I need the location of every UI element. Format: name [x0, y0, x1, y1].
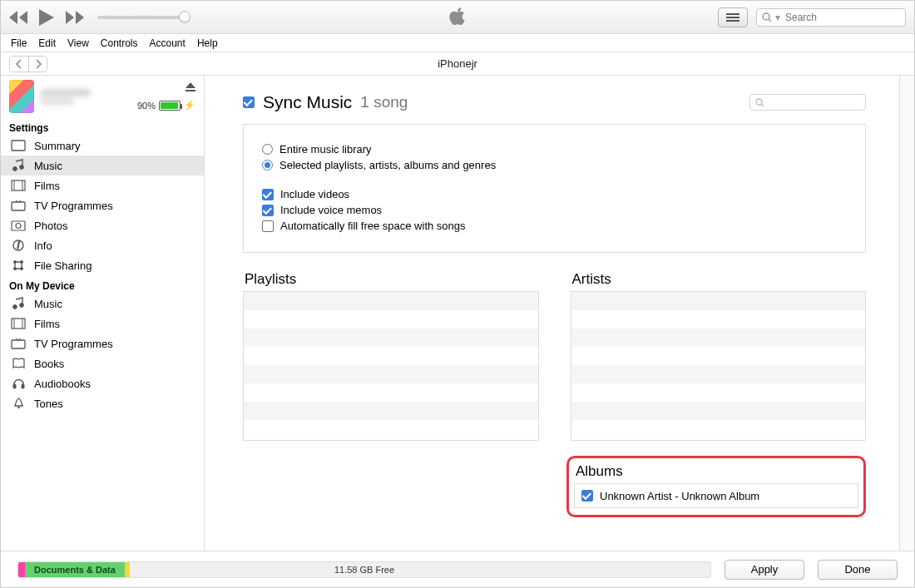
summary-icon: [11, 141, 26, 151]
apply-button[interactable]: Apply: [725, 560, 804, 580]
sidebar-header-device: On My Device: [1, 275, 204, 294]
svg-point-45: [756, 99, 762, 105]
search-input[interactable]: [784, 11, 912, 24]
sync-options: Entire music library Selected playlists,…: [243, 124, 866, 253]
menu-account[interactable]: Account: [150, 37, 185, 49]
svg-rect-16: [12, 141, 25, 151]
menu-controls[interactable]: Controls: [101, 37, 138, 49]
sync-music-checkbox[interactable]: [243, 96, 255, 108]
sidebar-item-music[interactable]: Music: [1, 156, 204, 175]
tv-icon: [11, 338, 26, 349]
footer: Documents & Data 11.58 GB Free Apply Don…: [1, 551, 914, 587]
device-thumbnail: [9, 80, 34, 113]
svg-point-17: [13, 167, 17, 171]
svg-marker-8: [76, 11, 84, 24]
music-icon: [11, 160, 26, 171]
audiobooks-icon: [11, 378, 26, 389]
sidebar-item-tv-programmes[interactable]: TV Programmes: [1, 334, 204, 353]
album-row[interactable]: Unknown Artist - Unknown Album: [575, 484, 858, 507]
sidebar-item-audiobooks[interactable]: Audiobooks: [1, 373, 204, 393]
sidebar-item-music[interactable]: Music: [1, 294, 204, 314]
menu-file[interactable]: File: [11, 37, 27, 49]
radio-entire-library[interactable]: [262, 144, 273, 155]
sidebar-item-tones[interactable]: Tones: [1, 393, 204, 413]
sidebar-item-file-sharing[interactable]: File Sharing: [1, 255, 204, 275]
tv-icon: [11, 200, 26, 211]
tones-icon: [11, 398, 26, 409]
album-checkbox[interactable]: [581, 490, 593, 502]
books-icon: [11, 358, 26, 368]
sidebar-item-tv-programmes[interactable]: TV Programmes: [1, 195, 204, 215]
sidebar-item-label: Photos: [34, 220, 67, 232]
capacity-bar: Documents & Data 11.58 GB Free: [17, 561, 711, 578]
sidebar-item-info[interactable]: iInfo: [1, 235, 204, 255]
svg-rect-42: [13, 384, 16, 388]
svg-marker-6: [39, 9, 54, 26]
checkbox-autofill[interactable]: [262, 220, 274, 232]
svg-rect-36: [12, 319, 25, 329]
next-button[interactable]: [66, 11, 84, 24]
capacity-free-label: 11.58 GB Free: [334, 565, 394, 575]
svg-marker-14: [185, 82, 195, 88]
sidebar-item-label: TV Programmes: [34, 338, 113, 350]
vertical-scrollbar[interactable]: [899, 76, 914, 551]
svg-line-13: [769, 19, 771, 22]
breadcrumb: iPhonejr: [1, 52, 914, 76]
prev-button[interactable]: [9, 11, 27, 24]
checkbox-include-memos[interactable]: [262, 205, 274, 216]
albums-heading: Albums: [576, 463, 858, 480]
music-search[interactable]: [749, 94, 866, 111]
sidebar-item-photos[interactable]: Photos: [1, 215, 204, 235]
eject-icon[interactable]: [185, 82, 195, 95]
photos-icon: [11, 220, 26, 230]
svg-line-46: [761, 104, 764, 106]
sidebar: 90% ⚡ Settings SummaryMusicFilmsTV Progr…: [1, 76, 205, 551]
label-entire-library: Entire music library: [279, 143, 372, 156]
view-list-button[interactable]: [718, 7, 748, 27]
svg-point-33: [21, 268, 23, 270]
menu-edit[interactable]: Edit: [38, 37, 56, 49]
search-icon: [762, 12, 772, 22]
sidebar-item-films[interactable]: Films: [1, 314, 204, 334]
player-toolbar: ▾: [1, 1, 914, 34]
radio-selected[interactable]: [262, 160, 273, 170]
sidebar-item-label: File Sharing: [34, 259, 92, 272]
sidebar-item-summary[interactable]: Summary: [1, 136, 204, 156]
albums-list[interactable]: Unknown Artist - Unknown Album: [574, 483, 858, 508]
svg-point-34: [13, 305, 17, 309]
done-button[interactable]: Done: [818, 560, 898, 580]
menu-help[interactable]: Help: [197, 37, 218, 49]
svg-point-32: [14, 268, 17, 270]
svg-marker-7: [66, 11, 74, 24]
nav-forward-button[interactable]: [28, 57, 47, 72]
artists-heading: Artists: [572, 271, 867, 288]
svg-marker-4: [9, 11, 17, 24]
menu-view[interactable]: View: [67, 37, 89, 49]
nav-back-button[interactable]: [10, 57, 28, 72]
page-title: iPhonejr: [438, 57, 477, 70]
svg-point-12: [763, 13, 769, 20]
search-icon: [755, 98, 764, 107]
battery-status: 90% ⚡: [137, 100, 195, 111]
label-include-memos: Include voice memos: [280, 204, 382, 216]
svg-point-18: [20, 166, 24, 170]
volume-slider[interactable]: [97, 16, 195, 19]
svg-rect-15: [185, 90, 195, 91]
sidebar-header-settings: Settings: [1, 117, 204, 136]
device-header[interactable]: 90% ⚡: [1, 76, 204, 117]
artists-list[interactable]: [571, 291, 867, 441]
sidebar-item-books[interactable]: Books: [1, 353, 204, 373]
global-search[interactable]: ▾: [756, 8, 906, 27]
svg-point-31: [21, 261, 23, 264]
sidebar-item-label: Music: [34, 160, 62, 172]
transport-controls: [9, 9, 84, 26]
sidebar-item-films[interactable]: Films: [1, 175, 204, 195]
checkbox-include-videos[interactable]: [262, 189, 274, 200]
play-button[interactable]: [39, 9, 54, 26]
playlists-list[interactable]: [243, 291, 539, 441]
label-include-videos: Include videos: [280, 188, 349, 200]
sidebar-item-label: TV Programmes: [34, 200, 113, 212]
albums-callout: Albums Unknown Artist - Unknown Album: [566, 456, 866, 517]
playlists-heading: Playlists: [245, 271, 539, 288]
main-content: Sync Music 1 song Entire music library S…: [205, 76, 899, 551]
